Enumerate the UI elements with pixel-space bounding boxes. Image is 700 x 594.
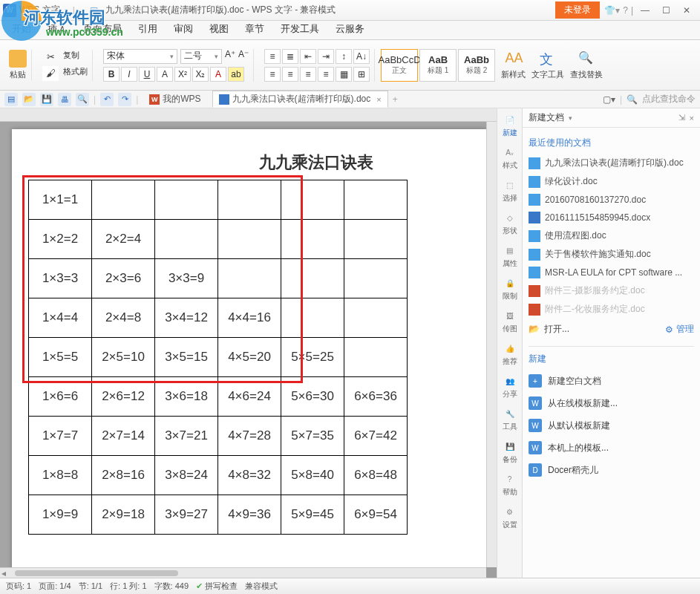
outdent-button[interactable]: ⇤ [300,49,316,64]
table-cell[interactable] [344,338,408,377]
table-cell[interactable] [408,377,471,417]
border-button[interactable]: ⊞ [353,67,370,82]
shading-button[interactable]: ▦ [336,67,352,82]
recent-file-item[interactable]: 使用流程图.doc [529,226,694,245]
grow-font-button[interactable]: A⁺ [225,49,235,64]
table-cell[interactable] [344,220,408,259]
help-icon[interactable]: ? [623,5,628,16]
new-style-button[interactable]: AA新样式 [501,50,526,80]
table-cell[interactable]: 1×2=2 [29,220,92,259]
close-button[interactable]: ✕ [676,3,697,18]
table-cell[interactable] [281,220,344,259]
maximize-button[interactable]: ☐ [655,3,676,18]
vsidebar-item[interactable]: 📄新建 [503,113,517,138]
table-cell[interactable]: 5×5=25 [281,338,344,377]
vsidebar-item[interactable]: ⚙设置 [503,505,517,530]
vsidebar-item[interactable]: 👍推荐 [503,342,517,367]
panel-pin-icon[interactable]: ⇲ [678,113,685,123]
table-cell[interactable]: 4×9=36 [218,495,281,535]
tab-document[interactable]: 九九乘法口诀表(超清晰打印版).doc× [212,91,388,108]
recent-file-item[interactable]: 附件三-摄影服务约定.doc [529,281,694,300]
numbering-button[interactable]: ≣ [282,49,298,64]
table-cell[interactable] [408,456,471,495]
minimize-button[interactable]: — [635,3,655,18]
table-cell[interactable]: 2×4=8 [92,298,155,338]
qat-preview-icon[interactable]: 🔍 [76,93,89,106]
recent-file-item[interactable]: 20161115154859945.docx [529,209,694,226]
shirt-icon[interactable]: 👕▾ [604,5,620,16]
status-compat[interactable]: 兼容模式 [245,581,278,592]
recent-file-item[interactable]: 九九乘法口诀表(超清晰打印版).doc [529,154,694,172]
font-name-select[interactable]: 宋体▾ [103,49,177,64]
open-button[interactable]: 📂打开... [529,323,569,336]
qat-dropdown-icon[interactable]: ▢▾ [603,94,615,105]
qat-undo-icon[interactable]: ↶ [100,93,114,106]
recent-file-item[interactable]: MSR-LA EULA for CPT software ... [529,264,694,281]
table-cell[interactable]: 5×9=45 [281,495,344,535]
status-page-of[interactable]: 页面: 1/4 [39,581,71,592]
vsidebar-item[interactable]: ▤属性 [503,244,517,269]
vsidebar-item[interactable]: ?帮助 [503,472,517,497]
recent-file-item[interactable]: 绿化设计.doc [529,172,694,191]
create-item[interactable]: W从默认模板新建 [529,414,694,437]
table-cell[interactable]: 2×2=4 [92,220,155,259]
tab-pagelayout[interactable]: 页面布局 [76,19,129,39]
vsidebar-item[interactable]: 🔒限制 [503,276,517,301]
table-cell[interactable]: 3×8=24 [155,456,218,495]
recent-file-item[interactable]: 20160708160137270.doc [529,191,694,209]
status-section[interactable]: 节: 1/1 [79,581,102,592]
tab-start[interactable]: 开始 [4,19,39,39]
super-button[interactable]: X² [174,67,191,82]
paste-button[interactable]: 粘贴 [9,50,27,80]
qat-save-icon[interactable]: 💾 [40,93,53,106]
titlebar-dropdown-icon[interactable]: ▾ [65,7,68,14]
create-item[interactable]: W从在线模板新建... [529,392,694,414]
table-cell[interactable] [218,220,281,259]
table-cell[interactable]: 4×5=20 [218,338,281,377]
qat-open-icon[interactable]: 📂 [22,93,36,106]
find-replace-button[interactable]: 🔍查找替换 [570,50,603,80]
table-cell[interactable] [218,180,281,220]
create-item[interactable]: +新建空白文档 [529,370,694,392]
table-cell[interactable]: 2×3=6 [92,259,155,298]
table-cell[interactable] [218,259,281,298]
sub-button[interactable]: X₂ [192,67,209,82]
sort-button[interactable]: A↓ [353,49,370,64]
table-cell[interactable] [344,180,408,220]
table-cell[interactable] [344,298,408,338]
text-tools-button[interactable]: 文文字工具 [531,50,564,80]
tab-review[interactable]: 审阅 [166,19,200,39]
align-left-button[interactable]: ≡ [264,67,281,82]
table-cell[interactable] [155,180,218,220]
table-cell[interactable] [281,298,344,338]
indent-button[interactable]: ⇥ [318,49,334,64]
table-cell[interactable] [408,259,471,298]
underline-button[interactable]: U [139,67,155,82]
table-cell[interactable]: 6×7=42 [344,417,408,456]
highlight-button[interactable]: ab [228,67,244,82]
status-page[interactable]: 页码: 1 [6,581,31,592]
recent-file-item[interactable]: 关于售楼软件施实通知.doc [529,245,694,264]
style-normal[interactable]: AaBbCcD正文 [381,49,418,82]
style-h1[interactable]: AaB标题 1 [419,49,457,82]
bold-button[interactable]: B [103,67,120,82]
table-cell[interactable]: 1×4=4 [29,298,92,338]
table-cell[interactable]: 1×7=7 [29,417,92,456]
table-cell[interactable]: 6×8=48 [344,456,408,495]
shrink-font-button[interactable]: A⁻ [238,49,249,64]
vsidebar-item[interactable]: Aᵥ样式 [503,146,517,171]
tab-section[interactable]: 章节 [238,19,272,39]
tab-mywps[interactable]: W我的WPS [143,91,207,108]
recent-file-item[interactable]: 附件二-化妆服务约定.doc [529,300,694,319]
vertical-scrollbar[interactable] [486,122,497,567]
table-cell[interactable] [408,220,471,259]
status-cursor[interactable]: 行: 1 列: 1 [110,581,147,592]
table-cell[interactable]: 6×6=36 [344,377,408,417]
table-cell[interactable]: 1×8=8 [29,456,92,495]
search-icon[interactable]: 🔍 [627,94,638,105]
table-cell[interactable]: 4×7=28 [218,417,281,456]
table-cell[interactable]: 3×3=9 [155,259,218,298]
table-cell[interactable]: 2×5=10 [92,338,155,377]
tab-cloud[interactable]: 云服务 [328,19,372,39]
page[interactable]: 九九乘法口诀表 1×1=11×2=22×2=41×3=32×3=63×3=91×… [12,129,486,567]
